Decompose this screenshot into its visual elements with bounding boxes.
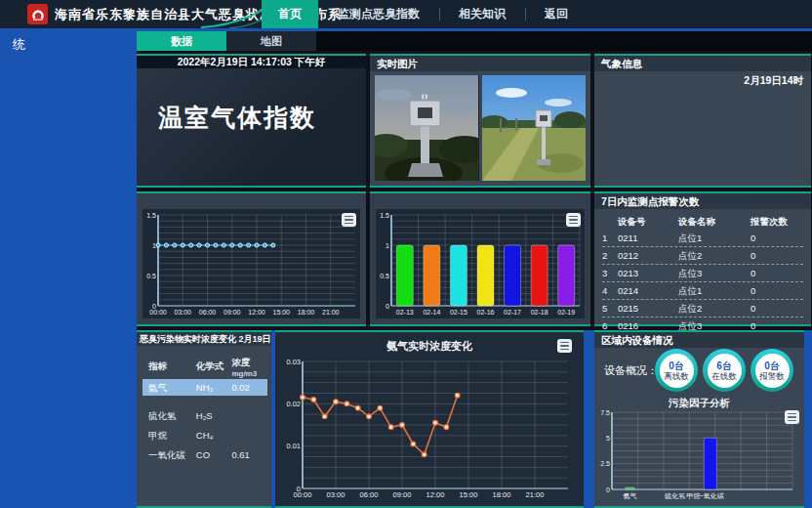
device-circle-1: 6台在线数 bbox=[703, 349, 746, 392]
greenhouse-title: 温室气体指数 bbox=[137, 68, 366, 134]
panel-live-photos: 实时图片 bbox=[370, 54, 590, 188]
svg-text:02-15: 02-15 bbox=[450, 309, 467, 316]
svg-text:03:00: 03:00 bbox=[327, 490, 345, 499]
nav-item-0[interactable]: 首页 bbox=[262, 0, 318, 28]
alarm-table-row: 20212点位20 bbox=[602, 247, 803, 265]
panel-alarm-table: 7日内监测点报警次数 设备号设备名称报警次数10211点位1020212点位20… bbox=[594, 191, 811, 326]
chart-menu-icon[interactable] bbox=[566, 213, 581, 227]
chart-menu-icon[interactable] bbox=[557, 339, 572, 353]
svg-text:2.5: 2.5 bbox=[600, 460, 610, 467]
panel-greenhouse-chart: 00:0003:0006:0009:0012:0015:0018:0021:00… bbox=[137, 191, 366, 326]
panel-daily-bars-chart: 00.511.502-1302-1402-1502-1602-1702-1802… bbox=[370, 191, 590, 326]
svg-text:21:00: 21:00 bbox=[526, 490, 545, 499]
device-circle-2: 0台报警数 bbox=[751, 349, 793, 392]
svg-text:02-16: 02-16 bbox=[477, 309, 495, 316]
daily-bars-chart: 00.511.502-1302-1402-1502-1602-1702-1802… bbox=[376, 209, 585, 318]
weather-time: 2月19日14时 bbox=[744, 74, 803, 88]
svg-text:03:00: 03:00 bbox=[174, 309, 191, 316]
svg-text:1: 1 bbox=[152, 242, 156, 249]
nav-item-1[interactable]: 监测点恶臭指数 bbox=[318, 0, 439, 28]
svg-text:0.5: 0.5 bbox=[146, 273, 156, 279]
alarm-table-title: 7日内监测点报警次数 bbox=[594, 193, 811, 209]
tab-1[interactable]: 地图 bbox=[226, 31, 316, 51]
svg-text:0: 0 bbox=[606, 487, 610, 493]
greenhouse-body: 温室气体指数 bbox=[137, 68, 366, 186]
weather-title: 气象信息 bbox=[594, 56, 811, 71]
svg-text:0.03: 0.03 bbox=[286, 358, 301, 366]
device-circles: 0台离线数6台在线数0台报警数 bbox=[655, 349, 793, 392]
svg-text:1.5: 1.5 bbox=[380, 212, 389, 219]
alarm-table-row: 10211点位10 bbox=[602, 230, 803, 247]
nav-item-2[interactable]: 相关知识 bbox=[439, 0, 525, 28]
alarm-table-row: 50215点位20 bbox=[602, 300, 803, 318]
svg-text:12:00: 12:00 bbox=[426, 490, 445, 499]
greenhouse-chart: 00:0003:0006:0009:0012:0015:0018:0021:00… bbox=[142, 209, 360, 318]
tab-bar: 数据地图 bbox=[137, 31, 812, 51]
svg-text:0.02: 0.02 bbox=[286, 400, 301, 408]
panel-region-devices: 区域内设备情况 设备概况： 0台离线数6台在线数0台报警数 污染因子分析 02.… bbox=[594, 330, 804, 508]
sidebar-text: 统 bbox=[0, 31, 137, 54]
svg-text:0: 0 bbox=[386, 303, 389, 310]
alarm-table-header: 设备号设备名称报警次数 bbox=[602, 213, 803, 230]
app-logo-icon bbox=[27, 4, 48, 24]
svg-text:0: 0 bbox=[297, 485, 301, 493]
odor-table-header: 指标化学式浓度mg/m3 bbox=[148, 354, 267, 378]
svg-text:09:00: 09:00 bbox=[223, 309, 241, 316]
odor-table-row[interactable]: 氨气NH₃0.02 bbox=[142, 379, 267, 396]
sidebar: 统 bbox=[0, 31, 137, 508]
tab-0[interactable]: 数据 bbox=[137, 31, 226, 51]
region-devices-title: 区域内设备情况 bbox=[594, 332, 804, 348]
datetime-greeting: 2022年2月19日 14:17:03 下午好 bbox=[137, 56, 366, 68]
svg-text:06:00: 06:00 bbox=[199, 309, 217, 316]
svg-text:5: 5 bbox=[606, 435, 610, 442]
panel-weather-info: 气象信息 2月19日14时 bbox=[594, 54, 811, 188]
svg-text:7.5: 7.5 bbox=[600, 409, 610, 416]
odor-table-row[interactable]: 硫化氢H₂S bbox=[148, 407, 267, 424]
svg-text:15:00: 15:00 bbox=[460, 490, 478, 499]
svg-text:21:00: 21:00 bbox=[322, 309, 340, 316]
svg-text:02-19: 02-19 bbox=[557, 309, 575, 316]
svg-text:一氧化碳: 一氧化碳 bbox=[697, 492, 724, 500]
panel-greenhouse-index: 2022年2月19日 14:17:03 下午好 温室气体指数 bbox=[137, 54, 366, 188]
svg-text:06:00: 06:00 bbox=[360, 490, 379, 499]
svg-text:02-17: 02-17 bbox=[504, 309, 521, 316]
svg-text:硫化氢: 硫化氢 bbox=[664, 492, 685, 500]
device-circle-0: 0台离线数 bbox=[655, 349, 698, 392]
alarm-table-row: 30213点位30 bbox=[602, 265, 803, 282]
chart-menu-icon[interactable] bbox=[342, 213, 356, 227]
odor-title: 恶臭污染物实时浓度变化 2月19日14时 bbox=[137, 332, 271, 346]
odor-table-row[interactable]: 甲烷CH₄ bbox=[148, 427, 267, 444]
svg-text:18:00: 18:00 bbox=[298, 309, 315, 316]
odor-table: 指标化学式浓度mg/m3氨气NH₃0.02硫化氢H₂S甲烷CH₄一氧化碳CO0.… bbox=[137, 346, 271, 463]
svg-text:1.5: 1.5 bbox=[146, 212, 156, 219]
svg-text:1: 1 bbox=[386, 242, 389, 249]
site-photo-1 bbox=[375, 75, 479, 181]
svg-text:0: 0 bbox=[152, 303, 156, 310]
topbar-nav: 首页监测点恶臭指数相关知识返回 bbox=[262, 0, 588, 28]
svg-text:18:00: 18:00 bbox=[493, 490, 511, 499]
panel-ammonia-chart: 氨气实时浓度变化 00:0003:0006:0009:0012:0015:001… bbox=[275, 330, 584, 508]
alarm-table-row: 40214点位10 bbox=[602, 282, 803, 300]
site-photo-2 bbox=[482, 75, 587, 181]
svg-text:00:00: 00:00 bbox=[149, 309, 167, 316]
device-overview-label: 设备概况： bbox=[604, 363, 658, 378]
svg-text:氨气: 氨气 bbox=[624, 492, 637, 499]
svg-text:12:00: 12:00 bbox=[248, 309, 265, 316]
svg-text:0.01: 0.01 bbox=[286, 442, 301, 450]
ammonia-chart-title: 氨气实时浓度变化 bbox=[275, 339, 584, 354]
svg-text:0.5: 0.5 bbox=[380, 273, 389, 279]
svg-text:09:00: 09:00 bbox=[393, 490, 412, 499]
svg-text:02-18: 02-18 bbox=[531, 309, 548, 316]
svg-text:02-14: 02-14 bbox=[423, 309, 440, 316]
alarm-table: 设备号设备名称报警次数10211点位1020212点位2030213点位3040… bbox=[594, 209, 811, 335]
panel-odor-pollutants: 恶臭污染物实时浓度变化 2月19日14时 指标化学式浓度mg/m3氨气NH₃0.… bbox=[137, 330, 271, 508]
svg-text:15:00: 15:00 bbox=[272, 309, 290, 316]
nav-item-3[interactable]: 返回 bbox=[525, 0, 588, 28]
live-photos-title: 实时图片 bbox=[370, 56, 590, 71]
odor-table-row[interactable]: 一氧化碳CO0.61 bbox=[148, 446, 267, 463]
svg-text:02-13: 02-13 bbox=[396, 309, 414, 316]
